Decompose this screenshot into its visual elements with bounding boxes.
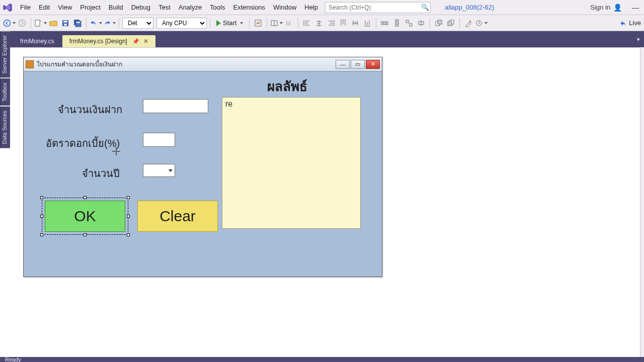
menu-item-window[interactable]: Window xyxy=(269,2,300,13)
toolbar-icon[interactable] xyxy=(253,17,264,29)
svg-rect-5 xyxy=(64,24,67,26)
sidetab-toolbox[interactable]: Toolbox xyxy=(0,78,10,106)
resize-handle-se[interactable] xyxy=(127,233,130,236)
properties-gutter[interactable] xyxy=(640,47,644,357)
label-years[interactable]: จำนวนปี xyxy=(82,165,120,182)
svg-rect-21 xyxy=(406,20,409,23)
menu-item-help[interactable]: Help xyxy=(300,2,322,13)
resize-handle-ne[interactable] xyxy=(127,196,130,199)
sidetab-data-sources[interactable]: Data Sources xyxy=(0,107,10,148)
main-toolbar: Debug Any CPU Start Live xyxy=(0,15,644,31)
live-share-label: Live xyxy=(629,19,641,27)
resize-handle-e[interactable] xyxy=(127,215,130,218)
toolbar-icon[interactable] xyxy=(463,17,474,29)
doc-tab-design[interactable]: frmMoney.cs [Design] 📌 ✕ xyxy=(62,35,155,47)
form-client-area[interactable]: จำนวนเงินฝาก อัตราดอกเบี้ย(%) จำนวนปี OK… xyxy=(24,71,382,277)
sidetab-server-explorer[interactable]: Server Explorer xyxy=(0,31,10,77)
status-text: Ready xyxy=(5,357,21,362)
search-box[interactable]: 🔍 xyxy=(325,2,431,13)
open-button[interactable] xyxy=(48,17,59,29)
label-deposit[interactable]: จำนวนเงินฝาก xyxy=(58,102,122,118)
toolbar-icon[interactable] xyxy=(475,17,488,29)
resize-handle-w[interactable] xyxy=(40,215,43,218)
label-rate[interactable]: อัตราดอกเบี้ย(%) xyxy=(46,135,120,151)
nav-forward-button[interactable] xyxy=(17,17,28,29)
search-icon: 🔍 xyxy=(420,4,430,11)
form-minimize-button[interactable]: — xyxy=(336,60,350,69)
menu-item-tools[interactable]: Tools xyxy=(206,2,229,13)
menu-item-extensions[interactable]: Extensions xyxy=(229,2,269,13)
search-input[interactable] xyxy=(326,4,420,11)
align-center-button[interactable] xyxy=(313,17,325,29)
label-result-heading[interactable]: ผลลัพธ์ xyxy=(267,76,307,97)
menu-item-file[interactable]: File xyxy=(16,2,35,13)
resize-handle-n[interactable] xyxy=(84,196,87,199)
size-equal-button[interactable] xyxy=(404,17,415,29)
svg-rect-20 xyxy=(395,25,398,26)
close-icon[interactable]: ✕ xyxy=(143,38,148,45)
selection-outline xyxy=(42,198,128,235)
svg-rect-22 xyxy=(410,24,412,26)
save-all-button[interactable] xyxy=(72,17,83,29)
undo-button[interactable] xyxy=(90,17,102,29)
resize-handle-sw[interactable] xyxy=(40,233,43,236)
bring-front-button[interactable] xyxy=(433,17,444,29)
align-top-button[interactable] xyxy=(338,17,349,29)
start-button[interactable]: Start xyxy=(213,17,246,29)
center-horiz-button[interactable] xyxy=(416,17,427,29)
form-titlebar[interactable]: โปรแกรมคำนวณดอกเบี้ยเงินฝาก — ▭ ✕ xyxy=(24,57,382,71)
input-rate[interactable] xyxy=(143,133,175,147)
resize-handle-s[interactable] xyxy=(84,233,87,236)
menu-item-debug[interactable]: Debug xyxy=(127,2,154,13)
live-share-button[interactable] xyxy=(617,17,628,29)
platform-select[interactable]: Any CPU xyxy=(156,18,207,29)
toolbar-icon[interactable] xyxy=(284,17,295,29)
menu-item-analyze[interactable]: Analyze xyxy=(175,2,206,13)
menu-item-test[interactable]: Test xyxy=(154,2,175,13)
configuration-select[interactable]: Debug xyxy=(122,18,153,29)
svg-rect-16 xyxy=(384,22,385,25)
clear-button[interactable]: Clear xyxy=(137,201,218,232)
document-tabstrip: frmMoney.cs frmMoney.cs [Design] 📌 ✕ ▾ xyxy=(10,31,644,47)
form-title: โปรแกรมคำนวณดอกเบี้ยเงินฝาก xyxy=(37,59,336,69)
tab-overflow-icon[interactable]: ▾ xyxy=(637,36,640,43)
select-years[interactable] xyxy=(143,164,175,177)
redo-button[interactable] xyxy=(103,17,116,29)
svg-point-1 xyxy=(19,20,26,26)
menu-item-view[interactable]: View xyxy=(54,2,76,13)
nav-back-button[interactable] xyxy=(3,17,16,29)
align-middle-button[interactable] xyxy=(350,17,361,29)
hspace-equal-button[interactable] xyxy=(379,17,390,29)
sign-in-link[interactable]: Sign in 👤 xyxy=(590,4,622,12)
doc-tab-code[interactable]: frmMoney.cs xyxy=(13,35,61,47)
side-tool-tabs: Server Explorer Toolbox Data Sources xyxy=(0,31,10,148)
align-bottom-button[interactable] xyxy=(362,17,373,29)
form-maximize-button[interactable]: ▭ xyxy=(351,60,365,69)
resize-handle-nw[interactable] xyxy=(40,196,43,199)
menu-item-project[interactable]: Project xyxy=(76,2,104,13)
save-button[interactable] xyxy=(60,17,71,29)
start-label: Start xyxy=(223,19,236,27)
send-back-button[interactable] xyxy=(445,17,456,29)
form-window[interactable]: โปรแกรมคำนวณดอกเบี้ยเงินฝาก — ▭ ✕ จำนวนเ… xyxy=(23,57,382,277)
result-textbox[interactable]: re xyxy=(222,97,361,229)
menu-item-build[interactable]: Build xyxy=(105,2,127,13)
user-icon: 👤 xyxy=(613,4,622,12)
menu-item-edit[interactable]: Edit xyxy=(35,2,54,13)
toolbar-icon[interactable] xyxy=(270,17,283,29)
separator xyxy=(459,18,460,28)
pin-icon[interactable]: 📌 xyxy=(132,38,139,45)
svg-rect-18 xyxy=(395,20,398,21)
window-minimize[interactable]: — xyxy=(629,4,642,12)
svg-point-0 xyxy=(4,20,11,26)
separator xyxy=(430,18,430,28)
form-close-button[interactable]: ✕ xyxy=(366,60,380,69)
separator xyxy=(31,18,31,28)
input-deposit[interactable] xyxy=(143,99,208,113)
new-item-button[interactable] xyxy=(34,17,47,29)
design-surface[interactable]: โปรแกรมคำนวณดอกเบี้ยเงินฝาก — ▭ ✕ จำนวนเ… xyxy=(10,47,640,357)
vspace-equal-button[interactable] xyxy=(391,17,403,29)
align-left-button[interactable] xyxy=(301,17,312,29)
align-right-button[interactable] xyxy=(326,17,337,29)
svg-rect-17 xyxy=(386,22,388,25)
